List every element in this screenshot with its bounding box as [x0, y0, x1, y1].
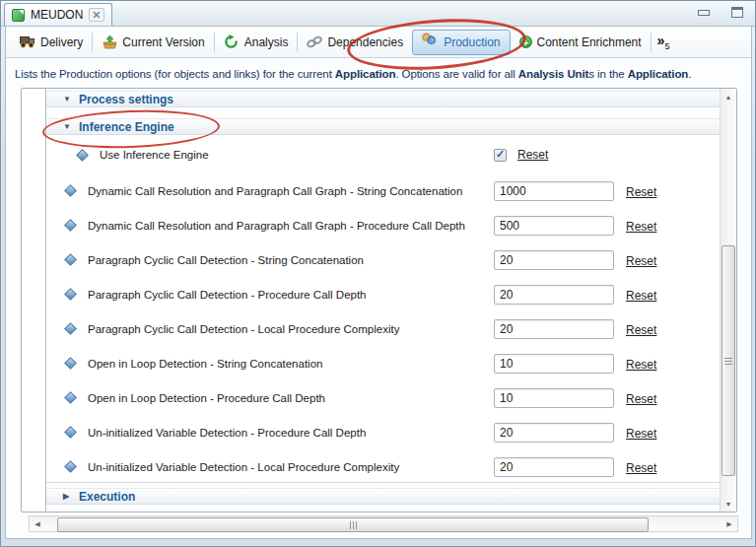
chevron-overflow-icon: » [657, 34, 665, 47]
tab-current-version[interactable]: Current Version [93, 31, 213, 54]
diamond-bullet-icon [76, 149, 89, 162]
reset-link[interactable]: Reset [626, 461, 656, 475]
reset-link[interactable]: Reset [626, 289, 656, 303]
section-title: Inference Engine [79, 120, 174, 134]
tab-overflow-button[interactable]: » 5 [652, 34, 676, 51]
option-label: Open in Loop Detection - Procedure Call … [88, 392, 494, 404]
option-value-input[interactable] [494, 181, 614, 201]
description-text: . Options are valid for all [395, 68, 517, 80]
reset-link[interactable]: Reset [626, 323, 656, 337]
horizontal-scrollbar[interactable]: ◀ ▶ [29, 515, 738, 532]
scroll-right-icon[interactable]: ▶ [722, 516, 737, 531]
tab-analysis[interactable]: Analysis [215, 31, 298, 54]
option-row: Paragraph Cyclic Call Detection - Local … [46, 311, 709, 346]
option-row: Open in Loop Detection - Procedure Call … [46, 380, 709, 415]
gears-icon: ⚙ ⚙ [422, 34, 439, 49]
tab-content-enrichment[interactable]: + Content Enrichment [511, 31, 651, 54]
description-bold: Application [335, 68, 396, 80]
scrollbar-grip [724, 361, 732, 362]
option-row: Un-initialized Variable Detection - Loca… [46, 449, 709, 484]
diamond-bullet-icon [64, 391, 77, 404]
scroll-down-icon[interactable]: ▼ [721, 496, 736, 512]
scrollbar-grip [353, 521, 354, 529]
refresh-green-icon [224, 34, 240, 49]
vertical-scrollbar[interactable]: ▲ ▼ [720, 89, 736, 512]
chain-links-icon [307, 34, 322, 49]
scroll-left-icon[interactable]: ◀ [30, 516, 45, 531]
reset-link[interactable]: Reset [517, 148, 548, 162]
plus-circle-icon: + [519, 35, 532, 48]
tab-label: Current Version [122, 35, 204, 49]
tab-label: Dependencies [327, 35, 403, 49]
section-header-execution[interactable]: ▶ Execution [46, 488, 720, 505]
option-value-input[interactable] [494, 319, 614, 339]
section-title: Execution [79, 490, 135, 504]
diamond-bullet-icon [64, 184, 77, 197]
option-value-input[interactable] [494, 388, 614, 408]
description-text: Lists the Production options (for object… [15, 68, 335, 80]
option-row: Un-initialized Variable Detection - Proc… [46, 415, 709, 449]
option-value-input[interactable] [494, 285, 614, 305]
tab-label: Analysis [244, 35, 289, 49]
scroll-up-icon[interactable]: ▲ [721, 89, 736, 104]
reset-link[interactable]: Reset [626, 358, 656, 372]
window-controls [698, 7, 743, 18]
option-label: Paragraph Cyclic Call Detection - Proced… [88, 289, 494, 301]
option-value-input[interactable] [494, 250, 614, 270]
reset-link[interactable]: Reset [626, 185, 656, 199]
overflow-count: 5 [664, 41, 669, 51]
tab-production[interactable]: ⚙ ⚙ Production [412, 30, 510, 55]
tab-delivery[interactable]: Delivery [11, 31, 92, 54]
tab-label: Production [444, 35, 500, 49]
diamond-bullet-icon [64, 357, 77, 370]
description-text: . [688, 68, 691, 80]
section-title: Process settings [79, 93, 173, 106]
truck-icon [20, 34, 35, 49]
view-tab-meudon[interactable]: MEUDON ✕ [4, 3, 112, 26]
option-label: Un-initialized Variable Detection - Proc… [88, 427, 494, 439]
toolbar-tab-bar: Delivery Current Version Analysis [6, 27, 751, 58]
description-bold: Analysis Unit [518, 68, 589, 80]
option-row: Dynamic Call Resolution and Paragraph Ca… [46, 173, 709, 208]
tab-label: Delivery [40, 35, 83, 49]
tab-label: Content Enrichment [537, 35, 642, 49]
option-row: Paragraph Cyclic Call Detection - String… [46, 242, 709, 277]
check-icon: ✓ [496, 149, 505, 160]
reset-link[interactable]: Reset [626, 392, 656, 406]
diamond-bullet-icon [64, 460, 77, 473]
diamond-bullet-icon [64, 253, 77, 266]
reset-link[interactable]: Reset [626, 254, 656, 268]
option-value-input[interactable] [494, 457, 614, 477]
description-bold: Application [628, 68, 689, 80]
application-window: MEUDON ✕ Delivery [0, 0, 756, 547]
option-label: Paragraph Cyclic Call Detection - Local … [88, 323, 494, 335]
option-row: Paragraph Cyclic Call Detection - Proced… [46, 277, 709, 311]
reset-link[interactable]: Reset [626, 220, 656, 234]
option-row: Dynamic Call Resolution and Paragraph Ca… [46, 208, 709, 242]
option-label: Paragraph Cyclic Call Detection - String… [88, 254, 494, 266]
section-divider [46, 482, 720, 483]
diamond-bullet-icon [64, 426, 77, 439]
vertical-scrollbar-thumb[interactable] [722, 245, 735, 476]
option-label: Use Inference Engine [100, 149, 494, 161]
option-row: Open in Loop Detection - String Concaten… [46, 346, 709, 380]
description-text: s in the [588, 68, 627, 80]
section-header-inference-engine[interactable]: ▼ Inference Engine [46, 118, 720, 135]
chevron-down-icon: ▼ [63, 122, 72, 131]
tab-dependencies[interactable]: Dependencies [298, 31, 412, 54]
chevron-down-icon: ▼ [63, 95, 72, 103]
use-inference-engine-checkbox[interactable]: ✓ [494, 149, 507, 162]
diamond-bullet-icon [64, 288, 77, 301]
option-value-input[interactable] [494, 423, 614, 443]
option-value-input[interactable] [494, 354, 614, 374]
section-header-process-settings[interactable]: ▼ Process settings [46, 91, 720, 107]
horizontal-scrollbar-thumb[interactable] [57, 517, 649, 532]
option-value-input[interactable] [494, 216, 614, 236]
reset-link[interactable]: Reset [626, 427, 656, 441]
view-tab-title: MEUDON [31, 8, 83, 22]
view-tab-bar: MEUDON ✕ [1, 1, 755, 27]
close-icon[interactable]: ✕ [89, 8, 103, 22]
maximize-icon[interactable] [731, 7, 743, 18]
option-rows: Dynamic Call Resolution and Paragraph Ca… [46, 173, 709, 484]
minimize-icon[interactable] [698, 10, 710, 16]
